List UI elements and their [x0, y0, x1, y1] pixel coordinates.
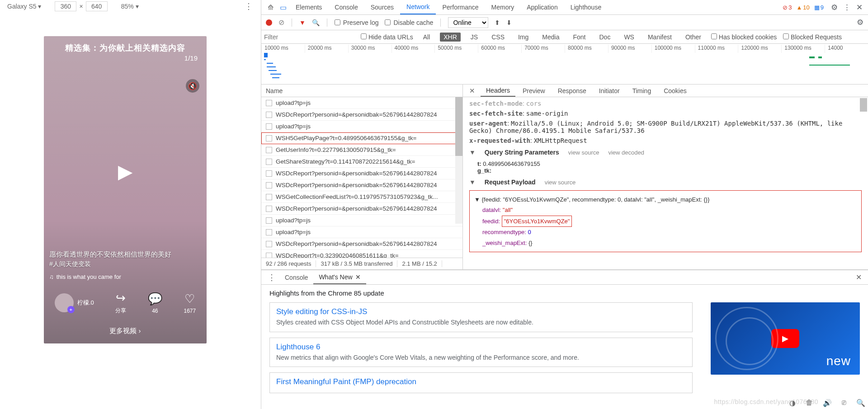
request-row[interactable]: WSDcReport?personid=&personidbak=5267961… — [261, 168, 462, 179]
request-checkbox[interactable] — [266, 159, 272, 165]
dtab-cookies[interactable]: Cookies — [658, 85, 692, 97]
request-row[interactable]: upload?tp=js — [261, 97, 462, 109]
query-string-section[interactable]: ▼ Query String Parameters view source vi… — [469, 149, 862, 156]
music-label[interactable]: ♫ this is what you came for — [49, 273, 121, 280]
request-row[interactable]: GetShareStrategy?t=0.11417087202215614&g… — [261, 156, 462, 168]
network-settings-icon[interactable]: ⚙ — [857, 18, 863, 27]
request-row[interactable]: WSDcReport?t=0.3239020460851611&g_tk= — [261, 250, 462, 258]
request-checkbox[interactable] — [266, 123, 272, 130]
request-checkbox[interactable] — [266, 229, 272, 235]
dtab-response[interactable]: Response — [552, 85, 592, 97]
info-count[interactable]: ▦ 9 — [814, 4, 824, 11]
chip-font[interactable]: Font — [569, 33, 589, 42]
request-checkbox[interactable] — [266, 112, 272, 118]
device-height-input[interactable]: 640 — [86, 1, 108, 11]
tray-icon[interactable]: ⎚ — [842, 399, 846, 407]
whatsnew-video[interactable]: ▶ new — [711, 302, 860, 375]
disable-cache-checkbox[interactable]: Disable cache — [385, 19, 433, 26]
tray-icon[interactable]: ◑ — [789, 399, 796, 407]
tab-memory[interactable]: Memory — [485, 0, 521, 14]
request-payload-section[interactable]: ▼ Request Payload view source — [469, 179, 862, 186]
device-more-icon[interactable]: ⋮ — [241, 1, 256, 11]
request-list-scrollbar[interactable] — [455, 97, 462, 224]
request-row[interactable]: WSDcReport?personid=&personidbak=5267961… — [261, 203, 462, 215]
comment-button[interactable]: 💬46 — [148, 292, 162, 314]
blocked-cookies-checkbox[interactable]: Has blocked cookies — [711, 33, 777, 41]
view-source-link[interactable]: view source — [568, 149, 599, 156]
whatsnew-card[interactable]: Style editing for CSS-in-JSStyles create… — [269, 302, 693, 332]
request-checkbox[interactable] — [266, 241, 272, 247]
tab-lighthouse[interactable]: Lighthouse — [564, 0, 608, 14]
close-devtools-icon[interactable]: ✕ — [854, 3, 865, 12]
record-icon[interactable] — [266, 19, 272, 26]
close-tab-icon[interactable]: ✕ — [355, 273, 361, 281]
inspect-icon[interactable]: ⟰ — [264, 3, 277, 12]
tray-icon[interactable]: 🔍 — [856, 399, 865, 407]
request-checkbox[interactable] — [266, 147, 272, 153]
chip-css[interactable]: CSS — [488, 33, 508, 42]
upload-har-icon[interactable]: ⬆ — [495, 19, 500, 26]
request-row[interactable]: WSGetCollectionFeedList?t=0.119795757310… — [261, 191, 462, 203]
request-checkbox[interactable] — [266, 253, 272, 258]
dtab-headers[interactable]: Headers — [481, 85, 515, 97]
chip-other[interactable]: Other — [682, 33, 705, 42]
filter-icon[interactable]: ▼ — [299, 19, 306, 26]
author[interactable]: + 柠檬.0 — [55, 293, 94, 312]
device-mode-icon[interactable]: ▭ — [277, 3, 289, 12]
tab-sources[interactable]: Sources — [364, 0, 400, 14]
blocked-requests-checkbox[interactable]: Blocked Requests — [783, 33, 842, 41]
device-select[interactable]: Galaxy S5 ▾ — [5, 2, 44, 11]
dtab-timing[interactable]: Timing — [627, 85, 657, 97]
clear-icon[interactable]: ⊘ — [278, 18, 284, 27]
chip-manifest[interactable]: Manifest — [644, 33, 675, 42]
drawer-more-icon[interactable]: ⋮ — [264, 273, 279, 282]
mute-icon[interactable]: 🔇 — [186, 79, 199, 93]
search-icon[interactable]: 🔍 — [312, 19, 320, 26]
share-button[interactable]: ↪分享 — [115, 291, 126, 315]
error-count[interactable]: ⊘ 3 — [783, 4, 792, 11]
close-details-icon[interactable]: ✕ — [466, 87, 479, 95]
follow-plus-icon[interactable]: + — [67, 306, 75, 313]
more-videos-link[interactable]: 更多视频 › — [44, 323, 207, 339]
tab-performance[interactable]: Performance — [436, 0, 485, 14]
dtab-preview[interactable]: Preview — [517, 85, 551, 97]
chip-img[interactable]: Img — [514, 33, 532, 42]
more-icon[interactable]: ⋮ — [840, 3, 854, 12]
chip-ws[interactable]: WS — [620, 33, 638, 42]
zoom-select[interactable]: 85% ▾ — [121, 3, 139, 10]
download-har-icon[interactable]: ⬇ — [506, 19, 512, 26]
request-row[interactable]: WSDcReport?personid=&personidbak=5267961… — [261, 109, 462, 121]
filter-input[interactable] — [264, 33, 354, 41]
view-decoded-link[interactable]: view decoded — [608, 149, 644, 156]
request-checkbox[interactable] — [266, 206, 272, 212]
chip-js[interactable]: JS — [467, 33, 481, 42]
whatsnew-card[interactable]: First Meaningful Paint (FMP) deprecation — [269, 372, 693, 393]
tab-application[interactable]: Application — [520, 0, 564, 14]
device-width-input[interactable]: 360 — [55, 1, 76, 11]
request-checkbox[interactable] — [266, 170, 272, 177]
throttle-select[interactable]: Online — [448, 17, 488, 28]
drawer-tab-whatsnew[interactable]: What's New ✕ — [313, 270, 366, 284]
hide-data-urls-checkbox[interactable]: Hide data URLs — [361, 33, 413, 41]
request-checkbox[interactable] — [266, 182, 272, 188]
like-button[interactable]: ♡1677 — [184, 292, 196, 314]
request-row[interactable]: upload?tp=js — [261, 121, 462, 132]
request-checkbox[interactable] — [266, 135, 272, 141]
avatar[interactable]: + — [55, 293, 74, 312]
request-row[interactable]: GetUserInfo?t=0.2277961300507915&g_tk= — [261, 144, 462, 156]
request-row[interactable]: upload?tp=js — [261, 215, 462, 226]
request-row[interactable]: WSH5GetPlayPage?t=0.4899506463679155&g_t… — [261, 132, 462, 144]
tab-network[interactable]: Network — [400, 0, 436, 14]
request-row[interactable]: WSDcReport?personid=&personidbak=5267961… — [261, 179, 462, 191]
request-checkbox[interactable] — [266, 194, 272, 200]
request-checkbox[interactable] — [266, 217, 272, 224]
warning-count[interactable]: ▲ 10 — [796, 4, 809, 11]
chip-media[interactable]: Media — [538, 33, 563, 42]
tray-icon[interactable]: 🗑 — [806, 399, 813, 407]
request-checkbox[interactable] — [266, 100, 272, 106]
chip-doc[interactable]: Doc — [595, 33, 614, 42]
network-timeline[interactable]: 10000 ms20000 ms30000 ms40000 ms50000 ms… — [261, 44, 868, 85]
settings-icon[interactable]: ⚙ — [828, 3, 840, 12]
chip-xhr[interactable]: XHR — [440, 33, 461, 42]
drawer-tab-console[interactable]: Console — [279, 270, 313, 284]
